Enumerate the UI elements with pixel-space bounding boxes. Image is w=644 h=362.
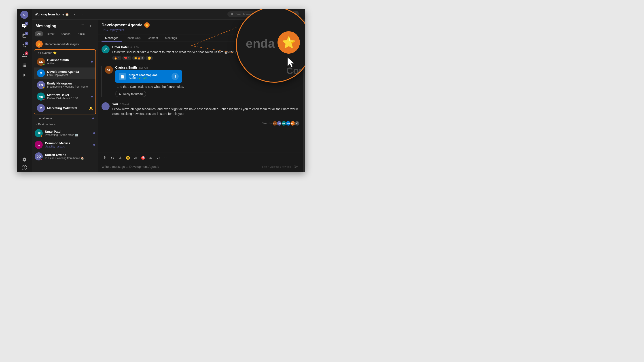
magnify-text: enda <box>246 36 275 50</box>
more-options-button[interactable]: ··· <box>162 154 170 161</box>
groups-nav-icon[interactable]: 4 <box>20 51 29 60</box>
phone-nav-icon[interactable]: 1 <box>20 41 29 50</box>
status-dot-darren <box>40 158 43 160</box>
status-dot-umar <box>40 135 43 137</box>
reaction-fire[interactable]: 🔥 1 <box>112 56 122 60</box>
avatar-common: C <box>35 141 43 149</box>
favorites-star: ⭐ <box>53 51 56 54</box>
message-you: You 8:30 AM I know we're on tight schedu… <box>102 102 300 116</box>
user-avatar[interactable]: U <box>20 11 28 19</box>
feature-launch-label: Feature launch <box>38 123 58 126</box>
tab-people[interactable]: People (30) <box>122 34 144 42</box>
send-message-button[interactable] <box>293 163 300 170</box>
avatar-dev-agenda: D <box>37 69 45 77</box>
conv-status-darren: In a call • Working from home 🏠 <box>45 157 95 160</box>
reaction-clap[interactable]: 👏🔥 3 <box>132 56 145 60</box>
status-dot-matthew <box>43 98 45 100</box>
filter-messages-button[interactable] <box>79 22 86 29</box>
reaction-heart[interactable]: ❤️ 1 <box>122 56 132 60</box>
input-toolbar: 😊 GIF 🎯 @ ··· <box>102 154 300 161</box>
conv-status-emily: In a meeting • Working from home <box>47 85 93 88</box>
chat-star-button[interactable]: ⭐ <box>144 22 150 28</box>
conv-item-matthew[interactable]: MB Matthew Baker Do Not Disturb until 16… <box>34 91 96 102</box>
file-safe-badge: ✔ Safe <box>139 77 147 80</box>
tab-meetings[interactable]: Meetings <box>162 34 180 42</box>
apps-nav-icon[interactable] <box>20 61 29 70</box>
chat-name: Development Agenda <box>102 23 142 27</box>
forward-button[interactable]: › <box>80 11 86 17</box>
conv-name-umar: Umar Patel <box>45 130 91 133</box>
filter-public[interactable]: Public <box>74 31 87 36</box>
sidebar-title: Messaging <box>36 24 79 28</box>
favorites-header[interactable]: ▾ Favorites ⭐ <box>34 50 96 56</box>
filter-spaces[interactable]: Spaces <box>58 31 73 36</box>
unread-dot-umar <box>93 132 95 134</box>
conv-name-darren: Darren Owens <box>45 153 95 157</box>
header-title: Working from home 🏠 <box>35 12 69 16</box>
magnify-cont-text: Cont <box>286 65 305 76</box>
help-nav-icon[interactable]: ? <box>22 165 27 170</box>
local-team-header[interactable]: › Local team <box>32 115 98 121</box>
unread-dot-clarissa <box>91 61 93 62</box>
conv-status-dev-agenda: ENG Deployment <box>47 73 93 77</box>
conv-status-common: Usability research <box>45 145 91 148</box>
msg-sender-clarissa: Clarissa Smith <box>115 66 137 69</box>
calendar-nav-icon[interactable]: 1 <box>20 31 29 40</box>
icon-rail: U 5 1 1 4 ··· <box>17 9 32 172</box>
msg-sender-you: You <box>112 102 118 106</box>
avatar-marketing: M <box>37 104 45 112</box>
attach-button[interactable] <box>102 154 109 161</box>
conv-item-darren[interactable]: DO Darren Owens In a call • Working from… <box>32 151 98 162</box>
mention-button[interactable]: @ <box>147 154 154 161</box>
chat-nav-icon[interactable]: 5 <box>20 21 29 30</box>
messaging-sidebar: Messaging + All Direct Spaces Public ⚡ <box>32 20 98 172</box>
feature-launch-header[interactable]: ▾ Feature launch <box>32 121 98 127</box>
tab-content[interactable]: Content <box>144 34 162 42</box>
filter-direct[interactable]: Direct <box>44 31 57 36</box>
msg-time-umar: 8:12 AM <box>130 46 139 49</box>
conv-item-dev-agenda[interactable]: D Development Agenda ENG Deployment <box>34 67 96 79</box>
app-window: U 5 1 1 4 ··· <box>17 9 305 172</box>
conv-item-marketing[interactable]: M Marketing Collateral 🔔 <box>34 102 96 114</box>
more-nav-icon[interactable]: ··· <box>20 80 29 89</box>
magnify-overlay: enda ⭐ Cont <box>236 9 305 83</box>
conv-item-common[interactable]: C Common Metrics Usability research <box>32 139 98 151</box>
workflow-nav-icon[interactable] <box>20 71 29 79</box>
conv-name-clarissa: Clarissa Smith <box>47 58 89 62</box>
you-avatar <box>102 102 110 110</box>
gif-button[interactable]: GIF <box>132 154 139 161</box>
magnify-star-circle: ⭐ <box>278 31 300 54</box>
message-input-area: 😊 GIF 🎯 @ ··· Shift + Enter for a new li… <box>98 152 304 172</box>
new-message-button[interactable]: + <box>87 22 94 29</box>
conv-name-marketing: Marketing Collateral <box>47 106 87 110</box>
tab-messages[interactable]: Messages <box>102 34 122 42</box>
reaction-add[interactable]: 😊 <box>146 56 153 60</box>
muted-icon-marketing: 🔔 <box>89 106 93 110</box>
format-button[interactable] <box>109 154 116 161</box>
local-team-unread <box>92 117 94 119</box>
settings-nav-icon[interactable] <box>20 155 29 164</box>
chat-badge: 5 <box>25 22 28 25</box>
conversation-list: ⚡ Recommended Messages ▾ Favorites ⭐ CS <box>32 38 98 172</box>
unread-dot-common <box>93 144 95 146</box>
file-icon: 📄 <box>119 73 126 80</box>
local-team-label: Local team <box>38 117 52 120</box>
emoji-button[interactable]: 😊 <box>124 154 132 161</box>
conv-item-umar[interactable]: UP Umar Patel Presenting • At the office… <box>32 127 98 139</box>
text-format-button[interactable] <box>117 154 124 161</box>
msg-sender-umar: Umar Patel <box>112 45 128 49</box>
conv-item-emily[interactable]: EN Emily Nakagawa In a meeting • Working… <box>34 79 96 91</box>
input-hint: Shift + Enter for a new line <box>262 165 291 168</box>
recommended-messages-item[interactable]: ⚡ Recommended Messages <box>32 39 98 49</box>
unread-dot-matthew <box>91 96 93 97</box>
file-download-button[interactable]: ⬇ <box>172 73 179 80</box>
msg-time-clarissa: 8:28 AM <box>139 66 148 69</box>
back-button[interactable]: ‹ <box>72 11 78 17</box>
message-input[interactable] <box>102 165 260 168</box>
conv-item-clarissa[interactable]: CS Clarissa Smith Active <box>34 56 96 67</box>
msg-avatar-umar: UP <box>102 45 110 53</box>
loop-button[interactable] <box>155 154 162 161</box>
reply-to-thread-button[interactable]: Reply to thread <box>115 91 146 97</box>
sticker-button[interactable]: 🎯 <box>140 154 147 161</box>
filter-all[interactable]: All <box>35 31 43 36</box>
